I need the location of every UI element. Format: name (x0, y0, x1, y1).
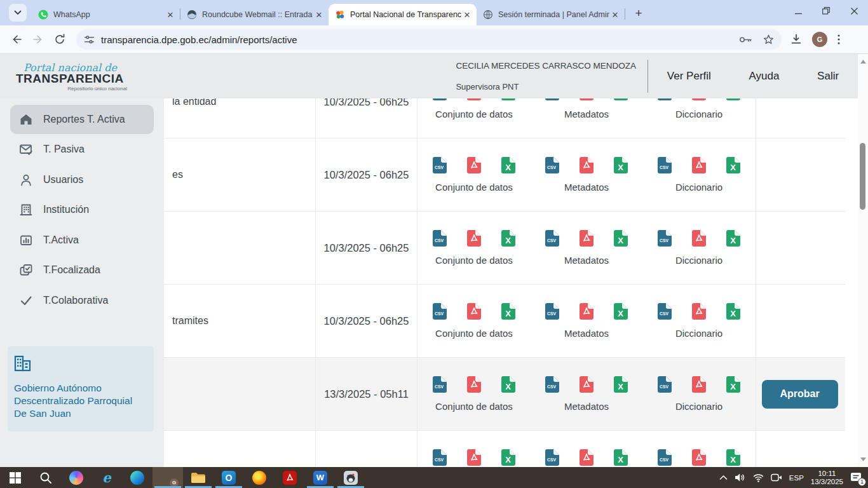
pdf-file-icon[interactable] (692, 157, 706, 173)
taskbar-edge-button[interactable] (122, 467, 153, 488)
csv-file-icon[interactable]: CSV (545, 98, 559, 100)
taskbar-start-button[interactable] (0, 467, 31, 488)
sidebar-item-t-focalizada[interactable]: T.Focalizada (10, 255, 154, 285)
sidebar-item-instituci-n[interactable]: Institución (10, 195, 154, 224)
csv-file-icon[interactable]: CSV (658, 98, 672, 100)
approve-button[interactable]: Aprobar (762, 380, 838, 409)
xls-file-icon[interactable]: X (614, 376, 628, 393)
csv-file-icon[interactable]: CSV (433, 230, 447, 247)
taskbar-clock[interactable]: 10:11 13/3/2025 (811, 470, 843, 486)
pdf-file-icon[interactable] (580, 303, 593, 320)
taskbar-jdk-button[interactable] (336, 467, 366, 488)
bookmark-star-icon[interactable] (763, 34, 774, 45)
restore-button[interactable] (812, 0, 840, 22)
taskbar-ie-button[interactable]: e (92, 467, 122, 488)
csv-file-icon[interactable]: CSV (658, 376, 672, 393)
minimize-button[interactable] (784, 0, 812, 22)
pdf-file-icon[interactable] (467, 376, 481, 393)
tab-close-button[interactable]: ✕ (165, 9, 176, 20)
xls-file-icon[interactable]: X (501, 98, 515, 100)
xls-file-icon[interactable]: X (501, 449, 515, 466)
tab-close-button[interactable]: ✕ (313, 9, 325, 20)
csv-file-icon[interactable]: CSV (545, 157, 559, 173)
csv-file-icon[interactable]: CSV (433, 303, 447, 320)
csv-file-icon[interactable]: CSV (433, 376, 447, 393)
sidebar-item-t-colaborativa[interactable]: T.Colaborativa (10, 286, 154, 315)
tab-search-button[interactable] (9, 4, 27, 22)
pdf-file-icon[interactable] (467, 449, 481, 466)
xls-file-icon[interactable]: X (501, 157, 515, 173)
tab-close-button[interactable]: ✕ (461, 9, 473, 20)
chevron-up-icon[interactable] (719, 475, 728, 480)
xls-file-icon[interactable]: X (614, 98, 628, 100)
meet-now-icon[interactable] (771, 473, 782, 482)
taskbar-explorer-button[interactable] (183, 467, 214, 488)
sidebar-item-reportes-t-activa[interactable]: Reportes T. Activa (10, 105, 154, 134)
xls-file-icon[interactable]: X (501, 376, 515, 393)
speaker-icon[interactable] (735, 473, 746, 482)
wifi-icon[interactable] (753, 473, 764, 482)
xls-file-icon[interactable]: X (614, 230, 628, 247)
browser-menu-icon[interactable] (837, 34, 840, 44)
xls-file-icon[interactable]: X (726, 230, 740, 247)
back-button[interactable] (6, 29, 27, 50)
pdf-file-icon[interactable] (580, 157, 593, 173)
forward-button[interactable] (28, 29, 48, 50)
url-text[interactable]: transparencia.dpe.gob.ec/admin/reports/a… (101, 34, 739, 45)
notification-center-icon[interactable]: 1 (850, 472, 863, 484)
ver-perfil-link[interactable]: Ver Perfil (667, 70, 711, 83)
taskbar-search-button[interactable] (31, 467, 61, 488)
pdf-file-icon[interactable] (467, 98, 481, 100)
pdf-file-icon[interactable] (580, 449, 593, 466)
taskbar-chrome-button[interactable]: G (153, 467, 183, 488)
scrollbar-down-arrow[interactable] (858, 454, 868, 464)
sidebar-item-t-pasiva[interactable]: T. Pasiva (10, 135, 154, 164)
password-key-icon[interactable] (739, 35, 753, 44)
pdf-file-icon[interactable] (580, 98, 593, 100)
xls-file-icon[interactable]: X (726, 157, 740, 173)
csv-file-icon[interactable]: CSV (545, 376, 559, 393)
csv-file-icon[interactable]: CSV (545, 303, 559, 320)
xls-file-icon[interactable]: X (501, 230, 515, 247)
csv-file-icon[interactable]: CSV (545, 449, 559, 466)
csv-file-icon[interactable]: CSV (658, 303, 672, 320)
taskbar-firefox-button[interactable] (244, 467, 275, 488)
csv-file-icon[interactable]: CSV (658, 230, 672, 247)
xls-file-icon[interactable]: X (726, 98, 740, 100)
pdf-file-icon[interactable] (467, 230, 481, 247)
pdf-file-icon[interactable] (692, 449, 706, 466)
new-tab-button[interactable]: + (630, 5, 647, 22)
entity-card[interactable]: Gobierno Autónomo Descentralizado Parroq… (8, 346, 154, 431)
language-indicator[interactable]: ESP (789, 474, 804, 482)
pdf-file-icon[interactable] (692, 376, 706, 393)
csv-file-icon[interactable]: CSV (433, 98, 447, 100)
url-bar[interactable]: transparencia.dpe.gob.ec/admin/reports/a… (76, 29, 782, 50)
ayuda-link[interactable]: Ayuda (749, 70, 780, 83)
scrollbar-thumb[interactable] (860, 143, 865, 210)
taskbar-outlook-button[interactable]: O (214, 467, 244, 488)
site-info-icon[interactable] (84, 34, 95, 45)
sidebar-item-t-activa[interactable]: T.Activa (10, 226, 154, 255)
sidebar-item-usuarios[interactable]: Usuarios (10, 165, 154, 194)
pdf-file-icon[interactable] (467, 157, 481, 173)
xls-file-icon[interactable]: X (726, 449, 740, 466)
csv-file-icon[interactable]: CSV (545, 230, 559, 247)
xls-file-icon[interactable]: X (614, 303, 628, 320)
xls-file-icon[interactable]: X (726, 376, 740, 393)
taskbar-acrobat-button[interactable] (275, 467, 305, 488)
pdf-file-icon[interactable] (580, 230, 593, 247)
csv-file-icon[interactable]: CSV (433, 449, 447, 466)
csv-file-icon[interactable]: CSV (433, 157, 447, 173)
browser-tab-3[interactable]: Portal Nacional de Transparenci✕ (329, 4, 477, 25)
pdf-file-icon[interactable] (692, 303, 706, 320)
browser-tab-1[interactable]: WhatsApp✕ (32, 4, 180, 25)
browser-tab-2[interactable]: Roundcube Webmail :: Entrada✕ (180, 4, 329, 25)
csv-file-icon[interactable]: CSV (658, 157, 672, 173)
profile-avatar[interactable]: G (812, 32, 827, 47)
tab-close-button[interactable]: ✕ (609, 9, 621, 20)
pdf-file-icon[interactable] (692, 98, 706, 100)
download-icon[interactable] (790, 34, 802, 45)
taskbar-copilot-button[interactable] (61, 467, 92, 488)
browser-tab-4[interactable]: Sesión terminada | Panel Admin✕ (477, 4, 625, 25)
taskbar-word-button[interactable]: W (305, 467, 336, 488)
